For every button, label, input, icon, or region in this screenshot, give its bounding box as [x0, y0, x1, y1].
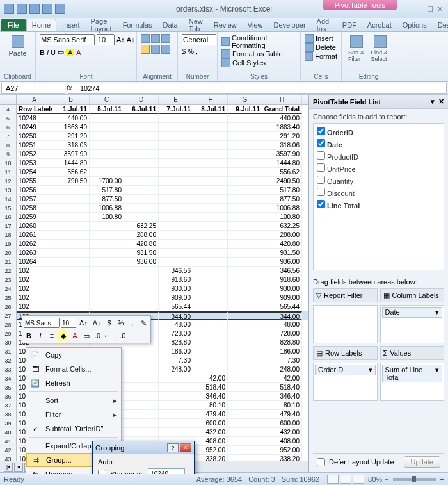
mini-font-size[interactable]	[61, 318, 76, 328]
minimize-icon[interactable]: —	[416, 5, 423, 13]
field-quantity[interactable]: Quantity	[316, 174, 442, 186]
tab-options[interactable]: Options	[397, 19, 432, 31]
tab-page-layout[interactable]: Page Layout	[86, 15, 117, 35]
row-labels-area[interactable]: OrderID▾	[313, 363, 378, 401]
col-header-f[interactable]: F	[193, 95, 228, 104]
values-area[interactable]: Sum of Line Total▾	[380, 363, 445, 401]
conditional-formatting-button[interactable]: Conditional Formatting	[221, 34, 296, 49]
align-mid-icon[interactable]	[151, 34, 160, 43]
tab-developer[interactable]: Developer	[268, 19, 310, 31]
tab-formulas[interactable]: Formulas	[118, 19, 157, 31]
ctx-subtotal[interactable]: ✓Subtotal "OrderID"	[26, 422, 121, 436]
mini-font-name[interactable]	[24, 318, 60, 328]
tab-addins[interactable]: Add-Ins	[312, 15, 337, 35]
cell-styles-button[interactable]: Cell Styles	[221, 58, 296, 67]
formula-input[interactable]: 10274	[68, 83, 447, 94]
starting-at-input[interactable]	[148, 468, 185, 474]
undo-icon[interactable]	[17, 4, 27, 14]
italic-button[interactable]: I	[47, 49, 49, 56]
mini-font-color[interactable]: A	[70, 330, 80, 341]
col-header-a[interactable]: A	[17, 95, 52, 104]
border-icon[interactable]: ▭	[58, 48, 64, 56]
currency-icon[interactable]: $	[182, 47, 186, 55]
field-unitprice[interactable]: UnitPrice	[316, 162, 442, 174]
zoom-out-icon[interactable]: −	[385, 475, 388, 483]
align-left-icon[interactable]	[141, 45, 150, 54]
ctx-format-cells[interactable]: 🗔Format Cells...	[26, 362, 121, 376]
align-center-icon[interactable]	[151, 45, 160, 54]
mini-border[interactable]: ▭	[81, 330, 92, 341]
area-item-date[interactable]: Date▾	[382, 307, 443, 318]
align-right-icon[interactable]	[161, 45, 170, 54]
field-date[interactable]: Date	[316, 138, 442, 150]
save-icon[interactable]	[4, 4, 14, 14]
col-header-e[interactable]: E	[159, 95, 193, 104]
font-size-input[interactable]	[97, 34, 115, 45]
field-productid[interactable]: ProductID	[316, 150, 442, 162]
worksheet-grid[interactable]: A B C D E F G H 4Row Labels1-Jul-115-Jul…	[0, 95, 308, 474]
col-header-c[interactable]: C	[90, 95, 124, 104]
mini-percent-icon[interactable]: %	[116, 317, 126, 329]
tab-view[interactable]: View	[243, 19, 268, 31]
align-bottom-icon[interactable]	[161, 34, 170, 43]
area-item-orderid[interactable]: OrderID▾	[315, 365, 376, 375]
mini-fill[interactable]: ◆	[58, 330, 68, 341]
update-button[interactable]: Update	[404, 456, 440, 468]
field-list-dropdown-icon[interactable]: ▾	[431, 97, 435, 106]
zoom-in-icon[interactable]: +	[440, 475, 444, 483]
field-discount[interactable]: Discount	[316, 186, 442, 199]
dialog-help-icon[interactable]: ?	[167, 443, 179, 452]
tab-review[interactable]: Review	[209, 19, 242, 31]
increase-font-icon[interactable]: A↑	[116, 36, 125, 44]
field-list-close-icon[interactable]: ✕	[438, 97, 444, 106]
tab-pdf[interactable]: PDF	[337, 19, 362, 31]
area-item-linetotal[interactable]: Sum of Line Total▾	[382, 365, 443, 382]
insert-cells-button[interactable]: Insert	[305, 34, 337, 43]
open-icon[interactable]	[55, 4, 65, 14]
mini-shrink-icon[interactable]: A↓	[91, 317, 103, 329]
sheet-nav-prev[interactable]: ◂	[14, 463, 23, 472]
mini-bold[interactable]: B	[24, 330, 34, 341]
select-all-corner[interactable]	[0, 95, 17, 104]
tab-design[interactable]: Design	[433, 19, 448, 31]
dialog-close-icon[interactable]: ✕	[180, 443, 191, 452]
ctx-refresh[interactable]: 🔄Refresh	[26, 376, 121, 390]
percent-icon[interactable]: %	[188, 47, 194, 55]
delete-cells-button[interactable]: Delete	[305, 43, 337, 52]
find-select-button[interactable]: Find & Select	[368, 34, 392, 63]
tab-home[interactable]: Home	[26, 19, 56, 31]
ctx-filter[interactable]: Filter▸	[26, 407, 121, 422]
format-cells-button[interactable]: Format	[305, 52, 337, 61]
sheet-nav-first[interactable]: |◂	[4, 463, 13, 472]
mini-dec-dec[interactable]: ←.0	[111, 330, 127, 341]
new-icon[interactable]	[42, 4, 52, 14]
field-orderid[interactable]: OrderID	[316, 126, 442, 138]
page-break-view-icon[interactable]	[353, 475, 364, 484]
tab-data[interactable]: Data	[157, 19, 182, 31]
align-top-icon[interactable]	[141, 34, 150, 43]
tab-acrobat[interactable]: Acrobat	[362, 19, 397, 31]
zoom-slider[interactable]	[393, 478, 436, 481]
report-filter-area[interactable]	[313, 305, 378, 343]
field-line-total[interactable]: Line Total	[316, 199, 442, 211]
font-color-icon[interactable]: A	[76, 49, 81, 56]
mini-currency-icon[interactable]: $	[104, 317, 115, 329]
bold-button[interactable]: B	[40, 49, 45, 56]
maximize-icon[interactable]: ☐	[427, 5, 433, 13]
mini-italic[interactable]: I	[35, 330, 45, 341]
zoom-level[interactable]: 80%	[368, 475, 382, 483]
column-labels-area[interactable]: Date▾	[380, 305, 445, 343]
mini-painter-icon[interactable]: ✎	[139, 317, 149, 329]
fx-icon[interactable]: fx	[67, 84, 72, 92]
format-as-table-button[interactable]: Format as Table	[221, 49, 296, 58]
mini-dec-inc[interactable]: .0→	[93, 330, 109, 341]
ctx-copy[interactable]: 📄Copy	[26, 348, 121, 362]
mini-grow-icon[interactable]: A↑	[77, 317, 90, 329]
paste-button[interactable]: Paste	[4, 34, 31, 58]
tab-new-tab[interactable]: New Tab	[184, 15, 208, 35]
close-icon[interactable]: ✕	[437, 5, 443, 13]
sort-filter-button[interactable]: Sort & Filter	[346, 34, 367, 63]
page-layout-view-icon[interactable]	[340, 475, 351, 484]
number-format-input[interactable]	[182, 34, 216, 45]
normal-view-icon[interactable]	[327, 475, 339, 484]
